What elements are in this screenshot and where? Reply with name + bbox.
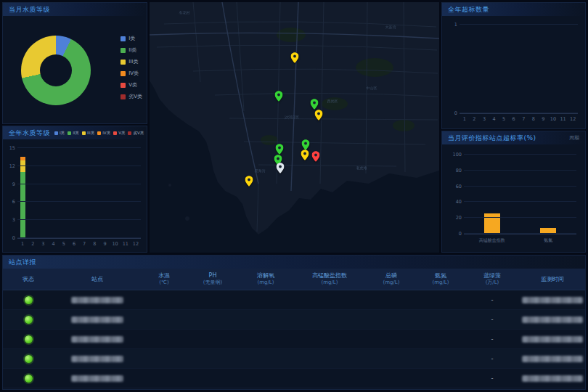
bar-month-6: [69, 148, 79, 238]
map-pin[interactable]: [315, 110, 323, 123]
gridline: [464, 233, 576, 234]
map-pin[interactable]: [245, 176, 253, 189]
legend-label: 劣V类: [133, 131, 144, 136]
legend-item-I类[interactable]: I类: [54, 131, 65, 136]
dashboard: 当月水质等级 I类II类III类IV类V类劣V类 全年水质等级 I类II类III…: [0, 0, 588, 392]
gridline: [17, 219, 141, 220]
x-tick: 高锰酸盐指数: [464, 237, 520, 245]
cell-nh3n: [417, 310, 465, 329]
map-island: [185, 216, 189, 221]
map-label: 西岗区: [327, 99, 338, 103]
column-header-codmn: 高锰酸盐指数(mg/L): [293, 272, 366, 286]
gridline: [17, 147, 141, 148]
legend-swatch: [121, 83, 126, 88]
legend-item-III类[interactable]: III类: [121, 58, 142, 65]
legend-item-III类[interactable]: III类: [82, 131, 94, 136]
map-label: 老虎滩: [356, 166, 367, 170]
x-tick: 2: [28, 241, 38, 248]
legend-item-II类[interactable]: II类: [68, 131, 79, 136]
x-tick: 8: [528, 116, 539, 123]
station-table-head: 状态站点水温(℃)PH(无量纲)溶解氧(mg/L)高锰酸盐指数(mg/L)总磷(…: [3, 269, 585, 290]
legend-item-V类[interactable]: V类: [121, 81, 142, 89]
x-tick: 5: [59, 241, 69, 248]
panel-month-water-grade: 当月水质等级 I类II类III类IV类V类劣V类: [2, 2, 147, 124]
map-label: 星海湾: [255, 168, 266, 173]
month-rate-bars: [464, 155, 576, 234]
table-row[interactable]: -: [3, 290, 585, 310]
panel-header: 全年超标数量: [442, 3, 585, 16]
table-row[interactable]: -: [3, 310, 585, 330]
legend-swatch: [121, 48, 126, 53]
cell-time: [520, 310, 585, 329]
legend-item-II类[interactable]: II类: [121, 46, 142, 54]
redacted-monitor-time: [522, 356, 583, 362]
map-label: 沙河口区: [285, 115, 299, 119]
y-tick: 12: [9, 163, 15, 169]
y-tick: 60: [456, 184, 462, 189]
cell-temp: [141, 290, 187, 309]
panel-title: 当月评价指标站点超标率(%): [448, 134, 536, 143]
table-row[interactable]: -: [3, 369, 585, 388]
x-tick: 4: [489, 116, 499, 123]
map-pin[interactable]: [291, 52, 299, 66]
table-row[interactable]: -: [3, 330, 585, 349]
redacted-monitor-time: [522, 336, 583, 343]
legend-label: IV类: [102, 131, 110, 136]
cell-algae: -: [465, 310, 520, 329]
cell-status: [3, 290, 54, 309]
column-header-status: 状态: [3, 276, 54, 283]
cell-do: [238, 310, 293, 329]
cell-status: [3, 310, 54, 329]
year-grade-plot: 03691215: [17, 148, 141, 239]
month-rate-plot: 020406080100: [464, 155, 576, 234]
year-grade-legend: I类II类III类IV类V类劣V类: [54, 131, 144, 136]
gridline: [17, 166, 141, 166]
status-dot: [25, 316, 33, 324]
cell-time: [520, 290, 585, 309]
bar-高锰酸盐指数: [464, 155, 520, 234]
map-label: 大连湾: [385, 25, 396, 29]
x-tick: 5: [499, 116, 509, 123]
panel-title: 当月水质等级: [9, 5, 50, 15]
map-pin[interactable]: [301, 150, 309, 163]
legend-label: 劣V类: [128, 93, 142, 100]
map-pin[interactable]: [275, 91, 283, 105]
cell-time: [520, 330, 585, 348]
cell-tp: [366, 349, 417, 368]
legend-item-IV类[interactable]: IV类: [97, 131, 110, 136]
redacted-monitor-time: [522, 375, 583, 382]
table-row[interactable]: -: [3, 349, 585, 369]
y-tick: 40: [456, 199, 462, 205]
legend-swatch: [121, 36, 126, 41]
period-selector[interactable]: 周期: [569, 134, 579, 142]
legend-item-劣V类[interactable]: 劣V类: [128, 131, 144, 136]
x-tick: 1: [460, 116, 470, 123]
month-grade-donut: [21, 36, 91, 105]
x-tick: 10: [110, 241, 121, 248]
cell-status: [3, 330, 54, 348]
map-pin[interactable]: [312, 151, 320, 165]
map[interactable]: 石花村大连湾中山区西岗区沙河口区星海湾老虎滩: [150, 2, 439, 253]
cell-codmn: [293, 369, 366, 388]
legend-item-V类[interactable]: V类: [113, 131, 125, 136]
legend-item-劣V类[interactable]: 劣V类: [121, 93, 142, 100]
column-header-ph: PH(无量纲): [187, 272, 238, 286]
bar-氨氮: [520, 155, 577, 234]
cell-time: [520, 369, 585, 388]
cell-algae: -: [465, 290, 520, 309]
cell-tp: [366, 310, 417, 329]
x-tick: 氨氮: [520, 237, 577, 245]
legend-label: III类: [128, 58, 138, 65]
bar-month-2: [28, 148, 38, 238]
cell-temp: [141, 369, 187, 388]
redacted-station-name: [71, 375, 123, 382]
map-pin[interactable]: [277, 163, 285, 176]
panel-title: 站点详报: [9, 258, 36, 267]
legend-item-I类[interactable]: I类: [121, 35, 142, 42]
column-header-station: 站点: [54, 276, 141, 283]
y-tick: 100: [453, 152, 462, 158]
status-dot: [25, 355, 33, 363]
year-grade-xticks: 123456789101112: [17, 241, 141, 248]
year-grade-bars: [17, 148, 141, 238]
legend-item-IV类[interactable]: IV类: [121, 70, 142, 77]
